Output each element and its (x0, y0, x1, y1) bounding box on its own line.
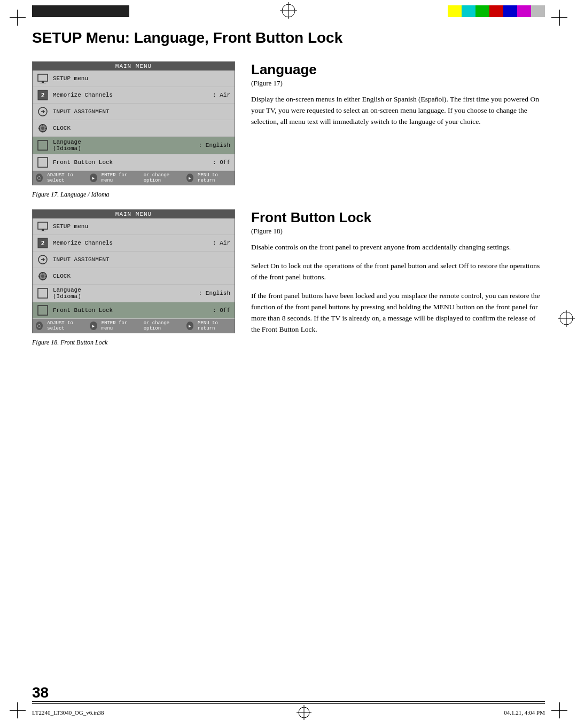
fbl-section: MAIN MENU SETUP menu (32, 209, 545, 357)
figure17-menu-title: MAIN MENU (33, 62, 235, 71)
enter-icon2: ▶ (90, 322, 97, 330)
svg-rect-28 (42, 272, 43, 273)
adjust-text2: ADJUST to select (47, 320, 85, 331)
menu-item-input2: INPUT ASSIGNMENT (33, 252, 235, 268)
svg-rect-8 (40, 83, 46, 83)
figure18-bottom-bar: ⬡ ADJUST to select ▶ ENTER for menu or c… (33, 319, 235, 333)
svg-rect-17 (45, 128, 47, 129)
change-text: or change option (144, 173, 182, 183)
footer-crosshair (297, 705, 311, 720)
menu-item-language-text: Language(Idioma) (53, 139, 199, 152)
menu-item-setup2-text: SETUP menu (53, 223, 230, 230)
main-content: SETUP Menu: Language, Front Button Lock … (32, 29, 545, 701)
fbl-text1: Disable controls on the front panel to p… (251, 242, 545, 253)
square2-icon (37, 156, 49, 168)
figure18-menu: MAIN MENU SETUP menu (32, 209, 235, 333)
language-text: Display the on-screen menus in either En… (251, 94, 545, 128)
menu-item-clock-text: CLOCK (53, 125, 230, 131)
crosshair-right (558, 310, 575, 327)
num2-icon2: 2 (37, 237, 49, 249)
menu-item-fbl-text: Front Button Lock (53, 159, 213, 166)
footer-left: LT2240_LT3040_OG_v6.in38 (32, 709, 104, 716)
adjust-text: ADJUST to select (47, 173, 85, 183)
menu-icon-sm: ▶ (186, 174, 193, 182)
svg-point-27 (41, 275, 44, 278)
adjust-icon2: ⬡ (36, 322, 43, 330)
fbl-text2: Select On to lock out the operations of … (251, 261, 545, 283)
menu-item-input: INPUT ASSIGNMENT (33, 104, 235, 120)
square2-icon2 (37, 304, 49, 316)
menu-icon-sm2: ▶ (186, 322, 193, 330)
menu-item-memorize: 2 Memorize Channels : Air (33, 87, 235, 104)
arrow-icon2 (37, 254, 49, 265)
menu-item-memorize2-value: : Air (213, 240, 230, 246)
menu-item-memorize-text: Memorize Channels (53, 92, 213, 98)
svg-rect-14 (42, 124, 43, 126)
menu-item-setup-text: SETUP menu (53, 75, 230, 82)
menu-item-fbl2: Front Button Lock : Off (33, 302, 235, 319)
square1-icon2 (37, 287, 49, 299)
gear-icon2 (37, 270, 49, 282)
svg-rect-16 (38, 128, 40, 129)
figure17-container: MAIN MENU SETUP menu (32, 61, 235, 209)
num2-icon: 2 (37, 89, 49, 101)
menu-item-fbl-value: : Off (213, 159, 230, 166)
svg-rect-33 (38, 306, 48, 315)
menu-item-input2-text: INPUT ASSIGNMENT (53, 256, 230, 263)
figure17-menu: MAIN MENU SETUP menu (32, 61, 235, 185)
setup-icon (37, 73, 49, 84)
menu-item-clock2-text: CLOCK (53, 273, 230, 279)
reg-mark-bl (10, 702, 26, 718)
crosshair-top (280, 2, 297, 19)
svg-rect-15 (42, 131, 43, 132)
menu-item-fbl2-value: : Off (213, 307, 230, 314)
fbl-text3: If the front panel buttons have been loc… (251, 291, 545, 335)
color-bars-right (448, 5, 545, 17)
return-text: MENU to return (198, 173, 231, 183)
figure18-caption: Figure 18. Front Button Lock (32, 339, 235, 347)
menu-item-memorize-value: : Air (213, 92, 230, 98)
menu-item-clock2: CLOCK (33, 268, 235, 285)
menu-item-language2-value: : English (199, 290, 230, 296)
svg-rect-19 (38, 158, 48, 167)
reg-mark-tl (10, 10, 26, 26)
svg-rect-31 (45, 276, 47, 277)
svg-rect-20 (38, 222, 48, 229)
menu-item-setup2: SETUP menu (33, 218, 235, 235)
svg-rect-6 (38, 74, 48, 81)
enter-icon: ▶ (90, 174, 97, 182)
reg-mark-tr (551, 10, 567, 26)
fbl-heading: Front Button Lock (251, 209, 545, 226)
menu-item-language2-text: Language(Idioma) (53, 287, 199, 300)
menu-item-language2: Language(Idioma) : English (33, 285, 235, 302)
menu-item-setup: SETUP menu (33, 71, 235, 87)
page-number: 38 (32, 684, 49, 701)
footer: LT2240_LT3040_OG_v6.in38 04.1.21, 4:04 P… (32, 701, 545, 720)
figure18-menu-title: MAIN MENU (33, 210, 235, 218)
svg-rect-21 (42, 229, 44, 231)
square1-icon (37, 139, 49, 151)
language-heading: Language (251, 61, 545, 78)
change-text2: or change option (144, 320, 182, 331)
language-section: MAIN MENU SETUP menu (32, 61, 545, 209)
footer-right: 04.1.21, 4:04 PM (504, 709, 545, 716)
svg-rect-29 (42, 279, 43, 280)
arrow-icon (37, 106, 49, 118)
svg-text:2: 2 (41, 92, 44, 98)
menu-item-memorize2-text: Memorize Channels (53, 240, 213, 246)
enter-text2: ENTER for menu (102, 320, 135, 331)
menu-item-fbl: Front Button Lock : Off (33, 154, 235, 171)
setup-icon2 (37, 221, 49, 232)
enter-text: ENTER for menu (102, 173, 135, 183)
svg-rect-32 (38, 288, 48, 298)
page-title: SETUP Menu: Language, Front Button Lock (32, 29, 545, 46)
svg-text:2: 2 (41, 240, 44, 246)
color-bars-left (32, 5, 129, 17)
svg-rect-7 (42, 81, 44, 83)
menu-item-language-value: : English (199, 142, 230, 148)
language-figure-ref: (Figure 17) (251, 79, 545, 88)
language-description: Language (Figure 17) Display the on-scre… (251, 61, 545, 209)
svg-rect-22 (40, 231, 46, 231)
adjust-icon: ⬡ (36, 174, 43, 182)
menu-item-clock: CLOCK (33, 120, 235, 137)
